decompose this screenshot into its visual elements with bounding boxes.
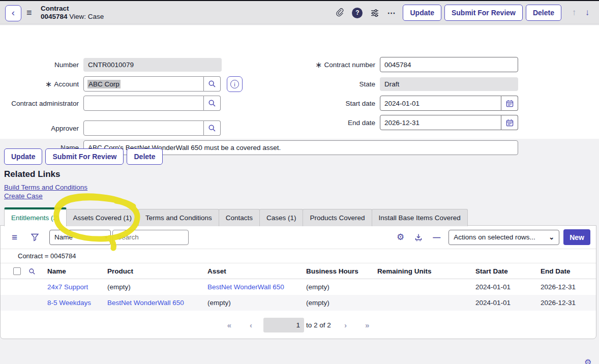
submit-for-review-button-bottom[interactable]: Submit For Review	[45, 148, 124, 165]
row-name-link[interactable]: 24x7 Support	[47, 279, 88, 295]
form-context-menu-icon[interactable]: ≡	[26, 8, 32, 18]
loading-gear-icon: ⚙	[584, 357, 591, 364]
last-page-icon[interactable]: »	[365, 321, 369, 329]
chevron-down-icon: ⌄	[549, 233, 554, 241]
approver-lookup-button[interactable]	[204, 120, 221, 136]
number-label: Number	[54, 58, 79, 72]
help-icon[interactable]: ?	[352, 8, 363, 18]
delete-button[interactable]: Delete	[526, 5, 561, 21]
first-page-icon[interactable]: «	[227, 321, 231, 329]
list-settings-gear-icon[interactable]: ⚙	[397, 232, 404, 242]
pagination-range-label: to 2 of 2	[306, 321, 331, 329]
state-field: Draft	[380, 77, 518, 91]
submit-for-review-button[interactable]: Submit For Review	[444, 5, 523, 21]
account-preview-button[interactable]: i	[227, 76, 243, 92]
row-business-hours: (empty)	[306, 295, 330, 311]
link-create-case[interactable]: Create Case	[4, 192, 43, 200]
actions-on-selected-rows-select[interactable]: Actions on selected rows... ⌄	[448, 230, 559, 245]
column-header-start-date[interactable]: Start Date	[475, 263, 508, 279]
page-number-input[interactable]	[263, 318, 304, 332]
filter-icon[interactable]	[31, 233, 39, 241]
table-row: 24x7 Support (empty) BestNet WonderWall …	[1, 279, 596, 295]
update-button-bottom[interactable]: Update	[4, 148, 42, 165]
next-page-icon[interactable]: ›	[344, 321, 347, 329]
list-toolbar: ≡ Name ▾ ⚙ — Actions on selected rows...…	[1, 226, 596, 249]
back-button[interactable]: ‹	[5, 5, 21, 21]
tab-products-covered[interactable]: Products Covered	[303, 209, 372, 226]
chevron-down-icon: ▾	[105, 235, 108, 240]
select-all-checkbox[interactable]	[13, 267, 21, 275]
related-list-tabs: Entitlements (2) Assets Covered (1) Term…	[4, 207, 467, 226]
tab-assets-covered[interactable]: Assets Covered (1)	[66, 209, 139, 226]
info-icon: i	[230, 80, 239, 88]
account-value: ABC Corp	[87, 80, 121, 88]
search-field-dropdown[interactable]: Name ▾	[49, 230, 111, 245]
calendar-icon	[506, 119, 514, 127]
row-product: (empty)	[107, 279, 131, 295]
column-header-asset[interactable]: Asset	[207, 263, 226, 279]
contract-administrator-label: Contract administrator	[11, 99, 79, 108]
calendar-icon	[506, 100, 514, 107]
list-search-input[interactable]	[112, 230, 189, 245]
column-header-end-date[interactable]: End Date	[541, 263, 571, 279]
list-pagination: « ‹ to 2 of 2 › »	[1, 311, 596, 339]
row-asset: (empty)	[207, 295, 231, 311]
approver-field[interactable]	[83, 120, 204, 136]
row-start-date: 2024-01-01	[475, 279, 511, 295]
column-header-product[interactable]: Product	[107, 263, 133, 279]
new-button[interactable]: New	[563, 229, 590, 245]
start-date-label: Start date	[345, 99, 375, 108]
export-icon[interactable]	[414, 233, 423, 241]
account-label: Account	[54, 80, 79, 88]
list-header-row: Name Product Asset Business Hours Remain…	[1, 263, 596, 279]
tab-install-base-items-covered[interactable]: Install Base Items Covered	[372, 209, 468, 226]
column-header-business-hours[interactable]: Business Hours	[306, 263, 358, 279]
tab-entitlements[interactable]: Entitlements (2)	[4, 207, 67, 226]
column-header-remaining-units[interactable]: Remaining Units	[377, 263, 432, 279]
end-date-field[interactable]	[380, 115, 501, 130]
record-title: Contract 0045784 View: Case	[41, 5, 104, 21]
row-product-link[interactable]: BestNet WonderWall 650	[107, 295, 184, 311]
attachment-icon[interactable]	[334, 8, 346, 17]
tab-terms-and-conditions[interactable]: Terms and Conditions	[138, 209, 219, 226]
column-header-name[interactable]: Name	[47, 263, 66, 279]
search-icon	[208, 124, 216, 132]
delete-button-bottom[interactable]: Delete	[127, 148, 162, 165]
link-build-terms-and-conditions[interactable]: Build Terms and Conditions	[4, 184, 87, 191]
collapse-list-icon[interactable]: —	[433, 233, 440, 241]
account-field[interactable]: ABC Corp	[83, 76, 204, 92]
row-start-date: 2024-01-01	[475, 295, 511, 311]
previous-record-icon[interactable]: ↑	[567, 8, 581, 18]
list-context-menu-icon[interactable]: ≡	[12, 232, 17, 243]
actions-select-value: Actions on selected rows...	[454, 233, 535, 241]
contract-number-field[interactable]	[380, 57, 518, 72]
start-date-calendar-button[interactable]	[501, 96, 518, 111]
update-button[interactable]: Update	[403, 5, 441, 21]
row-asset-link[interactable]: BestNet WonderWall 650	[207, 279, 284, 295]
column-search-icon[interactable]	[28, 268, 36, 277]
previous-page-icon[interactable]: ‹	[250, 321, 252, 329]
number-field: CNTR0010079	[83, 58, 222, 72]
next-record-icon[interactable]: ↓	[581, 8, 594, 18]
row-name-link[interactable]: 8-5 Weekdays	[47, 295, 91, 311]
tab-contacts[interactable]: Contacts	[219, 209, 260, 226]
end-date-calendar-button[interactable]	[501, 115, 518, 130]
table-row: 8-5 Weekdays BestNet WonderWall 650 (emp…	[1, 295, 596, 311]
entitlements-list: ≡ Name ▾ ⚙ — Actions on selected rows...…	[0, 225, 596, 339]
contract-administrator-field[interactable]	[83, 96, 204, 111]
search-field-selected: Name	[54, 233, 73, 241]
more-options-icon[interactable]: ⋯	[387, 8, 396, 18]
row-end-date: 2026-12-31	[541, 279, 576, 295]
related-links-heading: Related Links	[4, 169, 61, 179]
header-bar: ‹ ≡ Contract 0045784 View: Case ? ⋯ Upda…	[0, 0, 599, 24]
view-label: View: Case	[69, 13, 104, 20]
approver-label: Approver	[51, 124, 79, 133]
account-lookup-button[interactable]	[204, 76, 221, 92]
required-marker: ∗	[45, 80, 52, 88]
row-end-date: 2026-12-31	[541, 295, 576, 311]
breadcrumb-filter[interactable]: Contract = 0045784	[18, 252, 76, 260]
start-date-field[interactable]	[380, 96, 501, 111]
contract-administrator-lookup-button[interactable]	[204, 96, 221, 111]
personalize-sliders-icon[interactable]	[369, 9, 381, 17]
tab-cases[interactable]: Cases (1)	[259, 209, 304, 226]
